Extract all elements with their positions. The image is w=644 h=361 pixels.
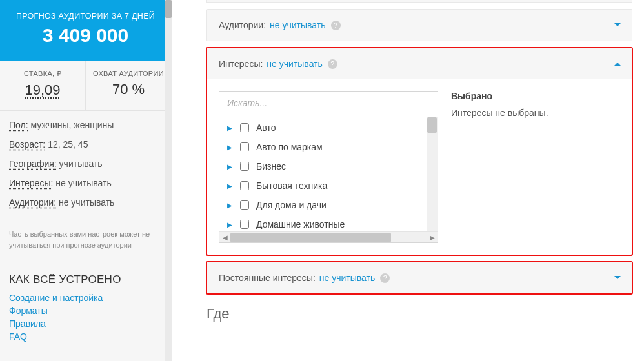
filter-geo[interactable]: География: учитывать: [9, 159, 162, 169]
interests-title: Интересы:: [219, 59, 263, 69]
how-link-rules[interactable]: Правила: [9, 318, 162, 329]
filter-audiences[interactable]: Аудитории: не учитывать: [9, 197, 162, 208]
constant-interests-block: Постоянные интересы: не учитывать ?: [206, 262, 632, 294]
forecast-note: Часть выбранных вами настроек может не у…: [0, 222, 171, 259]
filter-interests[interactable]: Интересы: не учитывать: [9, 178, 162, 188]
selected-title: Выбрано: [451, 91, 620, 101]
tree-checkbox[interactable]: [240, 123, 249, 132]
tree-item[interactable]: ▶ Для дома и дачи: [219, 195, 438, 215]
audiences-title: Аудитории:: [219, 20, 266, 30]
sidebar-scrollbar[interactable]: [165, 0, 172, 361]
interests-body: ▶ Авто ▶ Авто по маркам ▶: [207, 79, 632, 255]
help-icon[interactable]: ?: [331, 21, 341, 30]
interests-selected: Выбрано Интересы не выбраны.: [451, 91, 620, 243]
constant-interests-value: не учитывать: [319, 273, 375, 283]
tree-vertical-thumb[interactable]: [427, 117, 437, 133]
reach-cell: ОХВАТ АУДИТОРИИ 70 %: [86, 61, 171, 110]
tree-checkbox[interactable]: [240, 162, 249, 171]
tree-checkbox[interactable]: [240, 200, 249, 210]
how-it-works: КАК ВСЁ УСТРОЕНО Создание и настройка Фо…: [0, 273, 171, 342]
chevron-up-icon: [614, 61, 621, 66]
tree-item[interactable]: ▶ Бытовая техника: [219, 176, 438, 195]
expand-icon[interactable]: ▶: [227, 144, 232, 151]
chevron-down-icon: [614, 275, 621, 280]
tree-label: Домашние животные: [256, 219, 345, 229]
constant-interests-header[interactable]: Постоянные интересы: не учитывать ?: [207, 262, 632, 293]
forecast-panel: ПРОГНОЗ АУДИТОРИИ ЗА 7 ДНЕЙ 3 409 000: [0, 0, 171, 61]
main-content: Аудитории: не учитывать ? Интересы: не у…: [178, 0, 644, 361]
expand-icon[interactable]: ▶: [227, 182, 232, 190]
tree-checkbox[interactable]: [240, 142, 249, 151]
expand-icon[interactable]: ▶: [227, 202, 232, 209]
tree-label: Для дома и дачи: [256, 200, 327, 210]
tree-item[interactable]: ▶ Бизнес: [219, 157, 438, 176]
metrics-row: СТАВКА, ₽ 19,09 ОХВАТ АУДИТОРИИ 70 %: [0, 61, 171, 111]
expand-icon[interactable]: ▶: [227, 163, 232, 170]
interests-columns: ▶ Авто ▶ Авто по маркам ▶: [219, 91, 620, 243]
tree-horizontal-thumb[interactable]: [230, 233, 391, 242]
tree-checkbox[interactable]: [240, 181, 249, 190]
forecast-value: 3 409 000: [6, 24, 165, 46]
tree-item[interactable]: ▶ Домашние животные: [219, 215, 438, 231]
interests-tree-list: ▶ Авто ▶ Авто по маркам ▶: [219, 115, 438, 231]
stake-cell: СТАВКА, ₽ 19,09: [0, 61, 86, 110]
reach-label: ОХВАТ АУДИТОРИИ: [90, 70, 167, 77]
scroll-right-icon[interactable]: ▶: [427, 232, 438, 243]
tree-horizontal-scrollbar[interactable]: ◀ ▶: [219, 231, 438, 242]
stake-label: СТАВКА, ₽: [4, 70, 81, 78]
how-link-create[interactable]: Создание и настройка: [9, 293, 162, 303]
reach-value: 70 %: [90, 81, 167, 98]
selected-empty-text: Интересы не выбраны.: [451, 108, 620, 118]
sidebar-scrollbar-thumb[interactable]: [165, 0, 172, 18]
interests-block: Интересы: не учитывать ? ▶ Авто: [206, 48, 632, 255]
constant-interests-title: Постоянные интересы:: [219, 273, 316, 283]
interests-value: не учитывать: [267, 59, 322, 69]
page-root: ПРОГНОЗ АУДИТОРИИ ЗА 7 ДНЕЙ 3 409 000 СТ…: [0, 0, 644, 361]
interests-search-input[interactable]: [219, 92, 438, 115]
filter-age[interactable]: Возраст: 12, 25, 45: [9, 139, 162, 150]
tree-vertical-scrollbar[interactable]: [427, 117, 438, 231]
how-title: КАК ВСЁ УСТРОЕНО: [9, 273, 162, 286]
expand-icon[interactable]: ▶: [227, 124, 232, 132]
sidebar: ПРОГНОЗ АУДИТОРИИ ЗА 7 ДНЕЙ 3 409 000 СТ…: [0, 0, 172, 361]
audiences-value: не учитывать: [270, 20, 325, 30]
tree-item[interactable]: ▶ Авто по маркам: [219, 137, 438, 157]
how-link-formats[interactable]: Форматы: [9, 306, 162, 316]
prev-block-edge: [206, 0, 632, 3]
tree-label: Бизнес: [256, 161, 286, 171]
stake-value[interactable]: 19,09: [4, 82, 81, 99]
interests-header[interactable]: Интересы: не учитывать ?: [207, 48, 632, 79]
chevron-down-icon: [614, 23, 621, 28]
filter-gender[interactable]: Пол: мужчины, женщины: [9, 120, 162, 130]
tree-label: Авто по маркам: [256, 142, 323, 152]
how-link-faq[interactable]: FAQ: [9, 331, 162, 342]
forecast-title: ПРОГНОЗ АУДИТОРИИ ЗА 7 ДНЕЙ: [6, 12, 165, 21]
filters-summary: Пол: мужчины, женщины Возраст: 12, 25, 4…: [0, 111, 171, 222]
scroll-left-icon[interactable]: ◀: [219, 232, 230, 243]
section-where-heading: Где: [206, 306, 632, 322]
audiences-header[interactable]: Аудитории: не учитывать ?: [207, 10, 632, 41]
tree-checkbox[interactable]: [240, 220, 249, 229]
help-icon[interactable]: ?: [380, 273, 390, 283]
audiences-block: Аудитории: не учитывать ?: [206, 9, 632, 41]
tree-label: Бытовая техника: [256, 180, 327, 191]
expand-icon[interactable]: ▶: [227, 221, 232, 228]
tree-item[interactable]: ▶ Авто: [219, 118, 438, 137]
tree-label: Авто: [256, 122, 276, 133]
tree-h-track[interactable]: [230, 232, 427, 242]
interests-tree: ▶ Авто ▶ Авто по маркам ▶: [219, 91, 438, 243]
help-icon[interactable]: ?: [328, 59, 337, 69]
